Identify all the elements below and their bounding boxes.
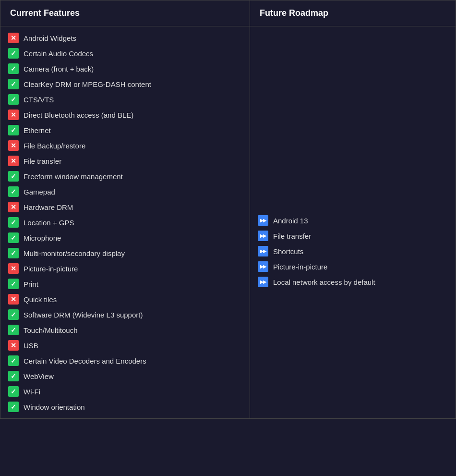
- cross-icon: ✕: [8, 340, 19, 351]
- current-feature-item-location-gps: ✓Location + GPS: [0, 215, 250, 230]
- current-feature-item-hardware-drm: ✕Hardware DRM: [0, 199, 250, 215]
- feature-label: Software DRM (Widevine L3 support): [24, 311, 143, 319]
- feature-label: CTS/VTS: [24, 96, 54, 104]
- feature-label: USB: [24, 342, 38, 350]
- check-icon: ✓: [8, 402, 19, 412]
- future-feature-label: File transfer: [273, 232, 311, 240]
- future-roadmap-list: ▶▶Android 13▶▶File transfer▶▶Shortcuts▶▶…: [250, 26, 456, 293]
- check-icon: ✓: [8, 232, 19, 243]
- feature-label: Ethernet: [24, 126, 51, 134]
- cross-icon: ✕: [8, 156, 19, 166]
- feature-label: Certain Audio Codecs: [24, 49, 93, 58]
- cross-icon: ✕: [8, 202, 19, 212]
- future-feature-label: Android 13: [273, 217, 308, 225]
- current-feature-item-camera: ✓Camera (front + back): [0, 61, 250, 76]
- future-feature-label: Picture-in-picture: [273, 263, 327, 271]
- current-feature-item-gamepad: ✓Gamepad: [0, 184, 250, 199]
- current-feature-item-quick-tiles: ✕Quick tiles: [0, 292, 250, 307]
- current-feature-item-touch-multitouch: ✓Touch/Multitouch: [0, 322, 250, 338]
- current-feature-item-android-widgets: ✕Android Widgets: [0, 30, 250, 46]
- current-feature-item-file-transfer: ✕File transfer: [0, 153, 250, 169]
- current-feature-item-usb: ✕USB: [0, 338, 250, 353]
- check-icon: ✓: [8, 94, 19, 105]
- arrow-icon: ▶▶: [258, 231, 268, 241]
- table-body: ✕Android Widgets✓Certain Audio Codecs✓Ca…: [0, 26, 456, 418]
- features-table: Current Features Future Roadmap ✕Android…: [0, 0, 456, 419]
- feature-label: Location + GPS: [24, 219, 74, 227]
- current-feature-item-webview: ✓WebView: [0, 368, 250, 384]
- current-feature-item-ethernet: ✓Ethernet: [0, 122, 250, 138]
- feature-label: File transfer: [24, 157, 61, 165]
- cross-icon: ✕: [8, 140, 19, 151]
- feature-label: Quick tiles: [24, 295, 57, 304]
- current-feature-item-video-decoders: ✓Certain Video Decoders and Encoders: [0, 353, 250, 368]
- current-feature-item-microphone: ✓Microphone: [0, 230, 250, 245]
- feature-label: File Backup/restore: [24, 142, 85, 150]
- future-feature-item-file-transfer-future: ▶▶File transfer: [250, 228, 456, 244]
- arrow-icon: ▶▶: [258, 246, 268, 256]
- feature-label: Microphone: [24, 234, 61, 242]
- future-feature-label: Local network access by default: [273, 278, 375, 286]
- feature-label: Direct Bluetooth access (and BLE): [24, 111, 133, 119]
- check-icon: ✓: [8, 79, 19, 89]
- current-feature-item-direct-bluetooth: ✕Direct Bluetooth access (and BLE): [0, 107, 250, 122]
- feature-label: Certain Video Decoders and Encoders: [24, 357, 146, 365]
- feature-label: Wi-Fi: [24, 388, 40, 396]
- feature-label: Gamepad: [24, 188, 55, 196]
- future-feature-item-local-network: ▶▶Local network access by default: [250, 274, 456, 290]
- cross-icon: ✕: [8, 33, 19, 43]
- check-icon: ✓: [8, 125, 19, 135]
- cross-icon: ✕: [8, 110, 19, 120]
- cross-icon: ✕: [8, 294, 19, 305]
- feature-label: Android Widgets: [24, 34, 76, 42]
- check-icon: ✓: [8, 186, 19, 197]
- current-feature-item-software-drm: ✓Software DRM (Widevine L3 support): [0, 307, 250, 322]
- check-icon: ✓: [8, 325, 19, 335]
- check-icon: ✓: [8, 386, 19, 397]
- current-feature-item-multi-monitor: ✓Multi-monitor/secondary display: [0, 245, 250, 261]
- current-feature-item-print: ✓Print: [0, 276, 250, 292]
- feature-label: Hardware DRM: [24, 203, 73, 211]
- current-feature-item-picture-in-picture: ✕Picture-in-picture: [0, 261, 250, 276]
- current-feature-item-window-orientation: ✓Window orientation: [0, 399, 250, 415]
- feature-label: Multi-monitor/secondary display: [24, 249, 125, 257]
- feature-label: Window orientation: [24, 403, 85, 411]
- arrow-icon: ▶▶: [258, 261, 268, 272]
- feature-label: Freeform window management: [24, 172, 123, 181]
- current-features-list: ✕Android Widgets✓Certain Audio Codecs✓Ca…: [0, 26, 250, 418]
- feature-label: Picture-in-picture: [24, 265, 78, 273]
- current-feature-item-freeform-window: ✓Freeform window management: [0, 169, 250, 184]
- arrow-icon: ▶▶: [258, 215, 268, 226]
- arrow-icon: ▶▶: [258, 277, 268, 287]
- feature-label: Touch/Multitouch: [24, 326, 78, 334]
- check-icon: ✓: [8, 171, 19, 182]
- feature-label: WebView: [24, 372, 54, 380]
- feature-label: Print: [24, 280, 38, 288]
- future-roadmap-header: Future Roadmap: [250, 0, 456, 26]
- current-feature-item-wifi: ✓Wi-Fi: [0, 384, 250, 399]
- future-feature-item-android-13: ▶▶Android 13: [250, 213, 456, 228]
- check-icon: ✓: [8, 355, 19, 366]
- table-header: Current Features Future Roadmap: [0, 0, 456, 26]
- feature-label: Camera (front + back): [24, 65, 94, 73]
- current-feature-item-certain-audio-codecs: ✓Certain Audio Codecs: [0, 46, 250, 61]
- current-feature-item-clearkey-drm: ✓ClearKey DRM or MPEG-DASH content: [0, 76, 250, 92]
- check-icon: ✓: [8, 63, 19, 74]
- check-icon: ✓: [8, 248, 19, 258]
- check-icon: ✓: [8, 217, 19, 228]
- feature-label: ClearKey DRM or MPEG-DASH content: [24, 80, 151, 88]
- check-icon: ✓: [8, 371, 19, 381]
- future-feature-label: Shortcuts: [273, 247, 303, 256]
- check-icon: ✓: [8, 309, 19, 320]
- current-feature-item-cts-vts: ✓CTS/VTS: [0, 92, 250, 107]
- current-features-header: Current Features: [0, 0, 250, 26]
- check-icon: ✓: [8, 279, 19, 289]
- cross-icon: ✕: [8, 263, 19, 274]
- check-icon: ✓: [8, 48, 19, 59]
- future-feature-item-shortcuts: ▶▶Shortcuts: [250, 244, 456, 259]
- current-feature-item-file-backup: ✕File Backup/restore: [0, 138, 250, 153]
- future-feature-item-pip-future: ▶▶Picture-in-picture: [250, 259, 456, 274]
